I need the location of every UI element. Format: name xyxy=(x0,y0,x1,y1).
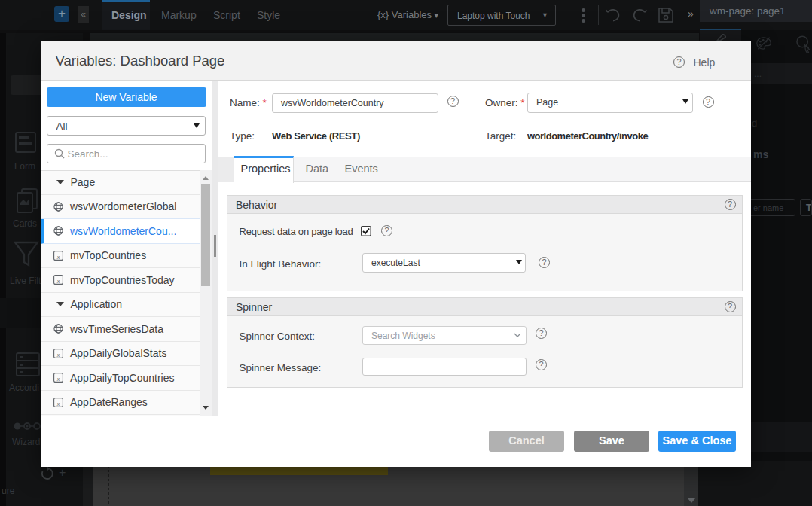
svg-text:x: x xyxy=(56,254,60,259)
svg-text:x: x xyxy=(56,401,60,406)
svg-text:x: x xyxy=(56,279,60,284)
svg-text:x: x xyxy=(56,376,60,382)
svg-text:x: x xyxy=(56,352,60,357)
